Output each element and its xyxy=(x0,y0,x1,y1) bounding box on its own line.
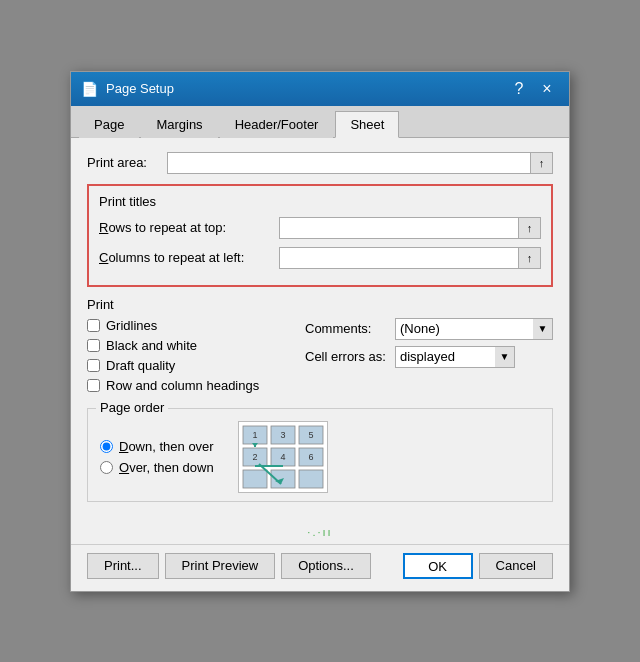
close-button[interactable]: × xyxy=(535,78,559,100)
down-then-over-label: Down, then over xyxy=(119,439,214,454)
svg-rect-8 xyxy=(299,470,323,488)
page-setup-dialog: 📄 Page Setup ? × Page Margins Header/Foo… xyxy=(70,71,570,592)
cols-repeat-input[interactable] xyxy=(279,247,519,269)
print-section-label: Print xyxy=(87,297,553,312)
tab-bar: Page Margins Header/Footer Sheet xyxy=(71,106,569,138)
rows-repeat-row: Rows to repeat at top: ↑ xyxy=(99,217,541,239)
print-section: Print Gridlines Black and white Draft qu… xyxy=(87,297,553,398)
black-white-checkbox[interactable] xyxy=(87,339,100,352)
print-titles-section: Print titles Rows to repeat at top: ↑ Co… xyxy=(87,184,553,287)
svg-text:4: 4 xyxy=(280,452,285,462)
rows-repeat-input[interactable] xyxy=(279,217,519,239)
comments-select[interactable]: (None) At end of sheet As displayed on s… xyxy=(395,318,553,340)
svg-text:2: 2 xyxy=(252,452,257,462)
over-then-down-label: Over, then down xyxy=(119,460,214,475)
page-order-radio-group: Down, then over Over, then down xyxy=(100,439,214,475)
comments-select-wrap: (None) At end of sheet As displayed on s… xyxy=(395,318,553,340)
tab-sheet[interactable]: Sheet xyxy=(335,111,399,138)
cols-repeat-collapse-button[interactable]: ↑ xyxy=(519,247,541,269)
cols-repeat-label: Columns to repeat at left: xyxy=(99,250,279,265)
bottom-right-buttons: OK Cancel xyxy=(403,553,553,579)
tab-headerfooter[interactable]: Header/Footer xyxy=(220,111,334,138)
cell-errors-row: Cell errors as: displayed <blank> -- #N/… xyxy=(305,346,553,368)
draft-quality-row: Draft quality xyxy=(87,358,289,373)
help-button[interactable]: ? xyxy=(507,78,531,100)
tab-margins[interactable]: Margins xyxy=(141,111,217,138)
svg-text:6: 6 xyxy=(308,452,313,462)
page-order-section: Page order Down, then over Over, then do… xyxy=(87,408,553,502)
row-col-headings-label: Row and column headings xyxy=(106,378,259,393)
svg-rect-6 xyxy=(243,470,267,488)
rows-repeat-input-wrap: ↑ xyxy=(279,217,541,239)
row-col-headings-row: Row and column headings xyxy=(87,378,289,393)
tab-page[interactable]: Page xyxy=(79,111,139,138)
print-area-input[interactable] xyxy=(167,152,531,174)
down-then-over-row: Down, then over xyxy=(100,439,214,454)
page-order-title: Page order xyxy=(96,400,168,415)
gridlines-row: Gridlines xyxy=(87,318,289,333)
print-area-input-wrap: ↑ xyxy=(167,152,553,174)
cell-errors-select[interactable]: displayed <blank> -- #N/A xyxy=(395,346,515,368)
page-order-content: Down, then over Over, then down xyxy=(100,421,540,493)
print-area-row: Print area: ↑ xyxy=(87,152,553,174)
dialog-title: Page Setup xyxy=(106,81,174,96)
cancel-button[interactable]: Cancel xyxy=(479,553,553,579)
black-white-label: Black and white xyxy=(106,338,197,353)
title-bar: 📄 Page Setup ? × xyxy=(71,72,569,106)
cols-repeat-input-wrap: ↑ xyxy=(279,247,541,269)
draft-quality-checkbox[interactable] xyxy=(87,359,100,372)
print-area-label: Print area: xyxy=(87,155,167,170)
dialog-icon: 📄 xyxy=(81,81,98,97)
row-col-headings-checkbox[interactable] xyxy=(87,379,100,392)
over-then-down-row: Over, then down xyxy=(100,460,214,475)
print-preview-button[interactable]: Print Preview xyxy=(165,553,276,579)
print-titles-label: Print titles xyxy=(99,194,541,209)
print-area-collapse-button[interactable]: ↑ xyxy=(531,152,553,174)
draft-quality-label: Draft quality xyxy=(106,358,175,373)
page-order-diagram: 1 3 5 2 4 6 xyxy=(238,421,328,493)
title-controls: ? × xyxy=(507,78,559,100)
bottom-left-buttons: Print... Print Preview Options... xyxy=(87,553,371,579)
options-button[interactable]: Options... xyxy=(281,553,371,579)
print-button[interactable]: Print... xyxy=(87,553,159,579)
cell-errors-select-wrap: displayed <blank> -- #N/A ▼ xyxy=(395,346,515,368)
cell-errors-label: Cell errors as: xyxy=(305,349,395,364)
gridlines-checkbox[interactable] xyxy=(87,319,100,332)
down-then-over-radio[interactable] xyxy=(100,440,113,453)
rows-repeat-collapse-button[interactable]: ↑ xyxy=(519,217,541,239)
print-dropdowns-right: Comments: (None) At end of sheet As disp… xyxy=(305,318,553,398)
cols-repeat-row: Columns to repeat at left: ↑ xyxy=(99,247,541,269)
svg-marker-17 xyxy=(252,443,258,447)
svg-text:3: 3 xyxy=(280,430,285,440)
print-checkboxes-left: Gridlines Black and white Draft quality … xyxy=(87,318,289,398)
ok-button[interactable]: OK xyxy=(403,553,473,579)
gridlines-label: Gridlines xyxy=(106,318,157,333)
comments-row: Comments: (None) At end of sheet As disp… xyxy=(305,318,553,340)
title-bar-left: 📄 Page Setup xyxy=(81,81,174,97)
over-then-down-radio[interactable] xyxy=(100,461,113,474)
svg-text:1: 1 xyxy=(252,430,257,440)
black-white-row: Black and white xyxy=(87,338,289,353)
svg-text:5: 5 xyxy=(308,430,313,440)
rows-repeat-label: Rows to repeat at top: xyxy=(99,220,279,235)
watermark: ·.·ıı xyxy=(71,526,569,544)
print-options-columns: Gridlines Black and white Draft quality … xyxy=(87,318,553,398)
comments-label: Comments: xyxy=(305,321,395,336)
dialog-content: Print area: ↑ Print titles Rows to repea… xyxy=(71,138,569,526)
bottom-bar: Print... Print Preview Options... OK Can… xyxy=(71,544,569,591)
